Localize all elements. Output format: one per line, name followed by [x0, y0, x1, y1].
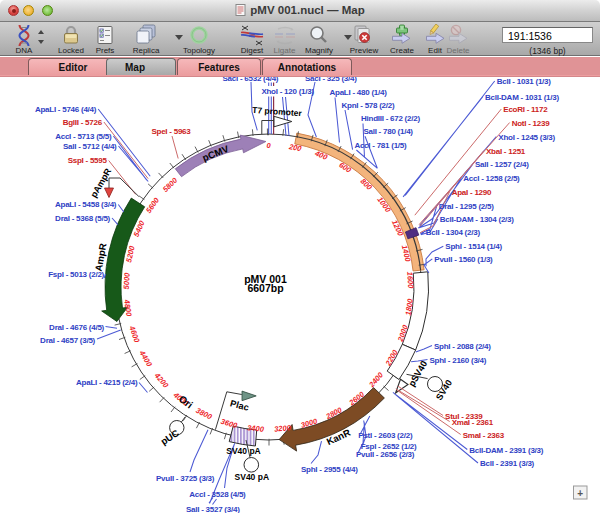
svg-text:4800: 4800: [122, 298, 134, 318]
svg-text:ApaI - 1290: ApaI - 1290: [452, 188, 492, 197]
svg-text:4200: 4200: [152, 370, 171, 390]
svg-text:SacI - 6532 (4/4): SacI - 6532 (4/4): [223, 77, 279, 83]
svg-text:XmaI - 2361: XmaI - 2361: [452, 418, 494, 427]
svg-text:ApaLI - 4215 (2/4): ApaLI - 4215 (2/4): [76, 378, 138, 387]
svg-text:3800: 3800: [194, 406, 214, 422]
svg-text:DraI - 4657 (3/5): DraI - 4657 (3/5): [40, 336, 95, 345]
svg-text:SalI - 3527 (3/4): SalI - 3527 (3/4): [186, 505, 240, 513]
svg-text:SpeI - 5963: SpeI - 5963: [151, 127, 191, 136]
svg-text:0: 0: [266, 141, 271, 150]
svg-text:AccI - 5713 (5/5): AccI - 5713 (5/5): [55, 132, 112, 141]
svg-text:KpnI - 578 (2/2): KpnI - 578 (2/2): [342, 101, 395, 110]
svg-text:ApaLI - 5746 (4/4): ApaLI - 5746 (4/4): [35, 105, 97, 114]
svg-text:T7 promoter: T7 promoter: [252, 105, 303, 118]
svg-text:6607bp: 6607bp: [247, 282, 283, 294]
svg-text:SmaI - 2363: SmaI - 2363: [463, 431, 505, 440]
svg-text:5800: 5800: [161, 175, 180, 194]
svg-text:200: 200: [287, 142, 303, 154]
svg-text:SphI - 2955 (4/4): SphI - 2955 (4/4): [301, 465, 358, 474]
svg-text:AccI - 781 (1/5): AccI - 781 (1/5): [354, 141, 407, 150]
svg-text:BclI - 2391 (3/3): BclI - 2391 (3/3): [480, 459, 535, 468]
svg-text:AccI - 1258 (2/5): AccI - 1258 (2/5): [463, 174, 520, 183]
svg-text:SphI - 2160 (3/4): SphI - 2160 (3/4): [430, 356, 487, 365]
svg-text:EcoRI - 1172: EcoRI - 1172: [503, 105, 548, 114]
svg-text:3200: 3200: [274, 423, 292, 434]
svg-text:HindIII - 672 (2/2): HindIII - 672 (2/2): [361, 114, 420, 123]
svg-text:3400: 3400: [247, 423, 265, 434]
svg-text:SV40 pA: SV40 pA: [226, 446, 261, 456]
svg-text:BclI - 1304 (2/3): BclI - 1304 (2/3): [426, 228, 481, 237]
svg-text:XbaI - 1251: XbaI - 1251: [486, 147, 526, 156]
svg-text:SalI - 1257 (2/4): SalI - 1257 (2/4): [475, 160, 529, 169]
svg-text:PstI - 2603 (2/2): PstI - 2603 (2/2): [358, 431, 413, 440]
svg-text:BclI-DAM - 1304 (2/3): BclI-DAM - 1304 (2/3): [440, 215, 514, 224]
svg-text:4400: 4400: [137, 348, 154, 369]
svg-text:SspI - 5595: SspI - 5595: [68, 156, 108, 165]
svg-text:DraI - 1295 (2/5): DraI - 1295 (2/5): [439, 202, 494, 211]
svg-text:DraI - 4676 (4/5): DraI - 4676 (4/5): [49, 323, 104, 332]
svg-text:4600: 4600: [127, 324, 142, 344]
svg-text:1600: 1600: [405, 271, 415, 289]
svg-text:AccI - 3528 (4/5): AccI - 3528 (4/5): [189, 490, 246, 499]
svg-text:SV40 pA: SV40 pA: [235, 472, 270, 482]
svg-text:XhoI - 120 (1/3): XhoI - 120 (1/3): [261, 87, 314, 96]
svg-text:NotI - 1239: NotI - 1239: [512, 119, 551, 128]
svg-text:5600: 5600: [144, 195, 161, 215]
svg-text:SalI - 5712 (4/4): SalI - 5712 (4/4): [63, 142, 117, 151]
svg-text:+: +: [577, 488, 583, 499]
svg-text:BclI - 1031 (1/3): BclI - 1031 (1/3): [497, 77, 552, 86]
svg-text:FspI - 5013 (2/2): FspI - 5013 (2/2): [48, 270, 104, 279]
svg-text:PvuII - 1560 (1/3): PvuII - 1560 (1/3): [434, 255, 493, 264]
svg-text:pSV40: pSV40: [407, 359, 430, 388]
svg-text:PvuII - 3725 (3/3): PvuII - 3725 (3/3): [156, 474, 215, 483]
svg-text:SphI - 1514 (1/4): SphI - 1514 (1/4): [445, 242, 502, 251]
svg-text:Plac: Plac: [229, 398, 250, 413]
svg-text:SphI - 2088 (2/4): SphI - 2088 (2/4): [434, 342, 491, 351]
svg-text:BglII - 5726: BglII - 5726: [63, 118, 103, 127]
svg-text:SalI - 780 (1/4): SalI - 780 (1/4): [363, 127, 413, 136]
svg-text:3600: 3600: [220, 417, 239, 431]
svg-text:ApaLI - 5458 (3/4): ApaLI - 5458 (3/4): [55, 200, 117, 209]
svg-text:DraI - 5368 (5/5): DraI - 5368 (5/5): [55, 214, 110, 223]
svg-text:XhoI - 1245 (3/3): XhoI - 1245 (3/3): [498, 133, 555, 142]
svg-text:SacI - 325 (3/4): SacI - 325 (3/4): [305, 77, 357, 83]
svg-text:BclI-DAM - 1031 (1/3): BclI-DAM - 1031 (1/3): [485, 93, 559, 102]
svg-text:5000: 5000: [122, 272, 132, 290]
svg-text:ApaLI - 480 (1/4): ApaLI - 480 (1/4): [330, 88, 388, 97]
svg-text:PvuII - 2656 (2/3): PvuII - 2656 (2/3): [356, 450, 415, 459]
svg-text:BclI-DAM - 2391 (3/3): BclI-DAM - 2391 (3/3): [469, 446, 543, 455]
svg-text:2400: 2400: [367, 370, 386, 390]
